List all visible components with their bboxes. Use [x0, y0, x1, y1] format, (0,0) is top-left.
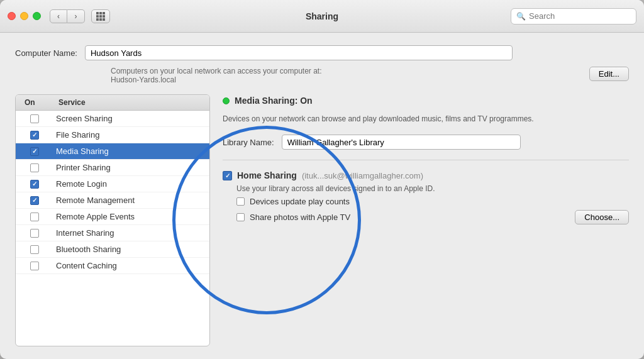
traffic-lights: [8, 12, 41, 20]
services-header-on-label: On: [16, 98, 53, 107]
service-checkbox-file-sharing[interactable]: [30, 131, 39, 140]
library-name-input[interactable]: [282, 135, 521, 150]
service-name-media-sharing: Media Sharing: [53, 146, 209, 156]
detail-panel: Media Sharing: On Devices on your networ…: [210, 94, 629, 346]
close-button[interactable]: [8, 12, 16, 20]
choose-button[interactable]: Choose...: [575, 210, 629, 224]
search-box[interactable]: 🔍: [511, 8, 636, 25]
devices-update-row: Devices update play counts: [236, 197, 629, 206]
service-checkbox-content-caching[interactable]: [30, 262, 39, 270]
home-sharing-title: Home Sharing: [237, 170, 297, 180]
service-name-file-sharing: File Sharing: [53, 130, 209, 140]
home-sharing-header: Home Sharing (ituk...suk@williamgallaghe…: [223, 170, 629, 180]
service-name-internet-sharing: Internet Sharing: [53, 228, 209, 238]
checkbox-cell: [16, 131, 53, 140]
grid-icon: [96, 12, 105, 21]
service-row-selected[interactable]: Media Sharing: [16, 143, 209, 160]
checkbox-cell: [16, 229, 53, 238]
service-checkbox-printer-sharing[interactable]: [30, 163, 39, 172]
services-list: Screen Sharing File Sharing: [16, 111, 209, 346]
service-name-remote-login: Remote Login: [53, 179, 209, 189]
service-name-remote-management: Remote Management: [53, 196, 209, 205]
service-checkbox-remote-login[interactable]: [30, 180, 39, 189]
service-name-screen-sharing: Screen Sharing: [53, 114, 209, 123]
services-panel: On Service Screen Sharing: [15, 94, 210, 346]
checkbox-cell: [16, 147, 53, 156]
services-header-service-label: Service: [53, 98, 209, 107]
service-row[interactable]: Bluetooth Sharing: [16, 241, 209, 258]
devices-update-label: Devices update play counts: [250, 197, 350, 206]
photos-row: Share photos with Apple TV Choose...: [236, 210, 629, 224]
service-checkbox-bluetooth-sharing[interactable]: [30, 245, 39, 254]
media-sharing-header: Media Sharing: On: [223, 96, 629, 106]
library-name-row: Library Name:: [223, 135, 629, 150]
service-row[interactable]: Content Caching: [16, 258, 209, 274]
computer-name-row: Computer Name:: [15, 45, 629, 60]
checkbox-cell: [16, 163, 53, 172]
search-icon: 🔍: [516, 12, 526, 21]
library-name-label: Library Name:: [223, 138, 274, 147]
service-row[interactable]: File Sharing: [16, 127, 209, 143]
home-sharing-email: (ituk...suk@williamgallagher.com): [302, 171, 423, 180]
home-sharing-section: Home Sharing (ituk...suk@williamgallaghe…: [223, 170, 629, 224]
titlebar: ‹ › Sharing 🔍: [0, 0, 644, 33]
forward-button[interactable]: ›: [67, 9, 85, 23]
checkbox-cell: [16, 262, 53, 270]
home-sharing-description: Use your library across all devices sign…: [236, 184, 629, 193]
media-sharing-description: Devices on your network can browse and p…: [223, 113, 587, 124]
service-row[interactable]: Printer Sharing: [16, 160, 209, 176]
computer-name-input[interactable]: [85, 45, 513, 60]
checkbox-cell: [16, 180, 53, 189]
network-address-text: Computers on your local network can acce…: [111, 67, 579, 84]
checkbox-cell: [16, 196, 53, 205]
service-name-content-caching: Content Caching: [53, 261, 209, 270]
service-checkbox-media-sharing[interactable]: [30, 147, 39, 156]
status-dot: [223, 97, 230, 104]
divider: [223, 160, 629, 160]
service-row[interactable]: Remote Login: [16, 176, 209, 192]
media-sharing-title: Media Sharing: On: [235, 96, 313, 106]
services-header: On Service: [16, 95, 209, 111]
devices-update-checkbox[interactable]: [236, 197, 245, 206]
minimize-button[interactable]: [20, 12, 28, 20]
photos-checkbox[interactable]: [236, 213, 245, 221]
service-checkbox-internet-sharing[interactable]: [30, 229, 39, 238]
service-name-bluetooth-sharing: Bluetooth Sharing: [53, 245, 209, 254]
edit-button[interactable]: Edit...: [589, 67, 629, 81]
back-button[interactable]: ‹: [50, 9, 67, 23]
service-checkbox-screen-sharing[interactable]: [30, 114, 39, 123]
sharing-window: ‹ › Sharing 🔍 Computer Name: Computers o…: [0, 0, 644, 359]
computer-name-label: Computer Name:: [15, 48, 77, 58]
checkbox-cell: [16, 213, 53, 221]
home-sharing-checkbox[interactable]: [223, 171, 232, 180]
nav-buttons: ‹ ›: [50, 9, 85, 23]
service-row[interactable]: Internet Sharing: [16, 225, 209, 241]
content-area: Computer Name: Computers on your local n…: [0, 33, 644, 359]
service-row[interactable]: Remote Management: [16, 192, 209, 209]
service-row[interactable]: Remote Apple Events: [16, 209, 209, 225]
checkbox-cell: [16, 245, 53, 254]
service-checkbox-remote-apple-events[interactable]: [30, 213, 39, 221]
grid-view-button[interactable]: [91, 9, 110, 23]
search-input[interactable]: [529, 11, 630, 21]
network-address-row: Computers on your local network can acce…: [111, 67, 629, 84]
service-row[interactable]: Screen Sharing: [16, 111, 209, 127]
main-area: On Service Screen Sharing: [15, 94, 629, 346]
service-name-remote-apple-events: Remote Apple Events: [53, 212, 209, 221]
service-name-printer-sharing: Printer Sharing: [53, 163, 209, 172]
checkbox-cell: [16, 114, 53, 123]
photos-label: Share photos with Apple TV: [250, 213, 350, 222]
window-title: Sharing: [306, 11, 338, 21]
maximize-button[interactable]: [33, 12, 41, 20]
service-checkbox-remote-management[interactable]: [30, 196, 39, 205]
